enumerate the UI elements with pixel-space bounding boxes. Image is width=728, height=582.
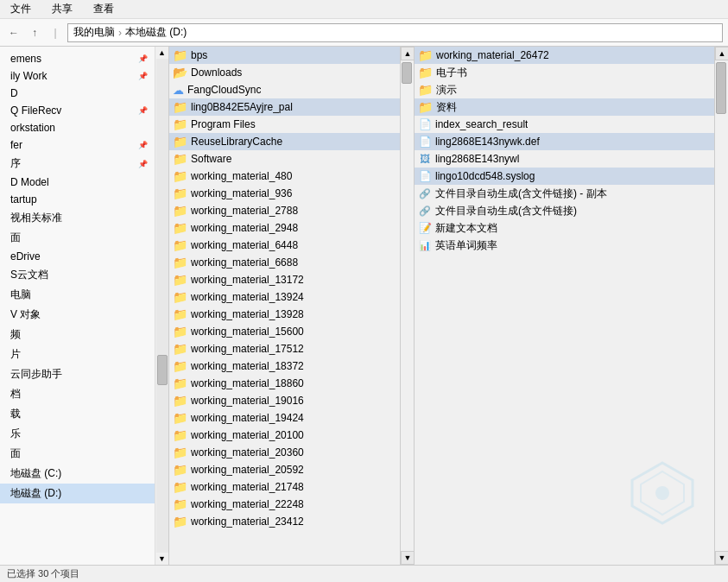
sidebar-item-3[interactable]: Q FileRecv📌 (0, 102, 155, 119)
sidebar-item-9[interactable]: 视相关标准 (0, 208, 155, 228)
left-file-name-9: working_material_2788 (191, 205, 298, 217)
left-file-item-18[interactable]: 📁working_material_18372 (169, 357, 400, 375)
left-file-item-21[interactable]: 📁working_material_19424 (169, 409, 400, 427)
left-file-item-0[interactable]: 📁bps (169, 47, 400, 64)
right-file-item-8[interactable]: 🔗文件目录自动生成(含文件链接) - 副本 (415, 185, 714, 202)
left-file-name-16: working_material_15600 (191, 326, 304, 338)
sidebar-item-11[interactable]: eDrive (0, 248, 155, 265)
sidebar-item-18[interactable]: 档 (0, 384, 155, 404)
left-file-item-1[interactable]: 📂Downloads (169, 64, 400, 81)
right-file-item-3[interactable]: 📁资料 (415, 98, 714, 116)
status-bar: 已选择 30 个项目 (0, 565, 728, 582)
right-file-item-9[interactable]: 🔗文件目录自动生成(含文件链接) (415, 202, 714, 219)
left-pane-scrollbar[interactable]: ▲ ▼ (401, 47, 415, 565)
folder-icon: 📁 (418, 48, 433, 62)
left-file-item-11[interactable]: 📁working_material_6448 (169, 237, 400, 254)
sidebar-item-17[interactable]: 云同步助手 (0, 364, 155, 384)
left-file-name-2: FangCloudSync (187, 84, 261, 96)
right-scroll-up[interactable]: ▲ (715, 47, 728, 60)
left-file-item-13[interactable]: 📁working_material_13172 (169, 271, 400, 288)
nav-separator: | (47, 24, 64, 41)
right-file-item-0[interactable]: 📁working_material_26472 (415, 47, 714, 64)
sidebar-item-label-6: 序 (10, 156, 21, 171)
left-file-item-12[interactable]: 📁working_material_6688 (169, 254, 400, 271)
right-file-item-2[interactable]: 📁演示 (415, 81, 714, 98)
sidebar-item-14[interactable]: V 对象 (0, 305, 155, 325)
left-file-item-25[interactable]: 📁working_material_21748 (169, 478, 400, 496)
sidebar-item-23[interactable]: 地磁盘 (D:) (0, 484, 155, 503)
right-pane-scrollbar[interactable]: ▲ ▼ (714, 47, 728, 565)
left-file-item-2[interactable]: ☁FangCloudSync (169, 81, 400, 98)
left-file-item-27[interactable]: 📁working_material_23412 (169, 513, 400, 530)
left-file-item-10[interactable]: 📁working_material_2948 (169, 219, 400, 237)
sidebar-item-6[interactable]: 序📌 (0, 154, 155, 174)
addr-part-computer[interactable]: 我的电脑 (73, 25, 115, 40)
right-file-name-4: index_search_result (435, 118, 528, 130)
left-file-item-24[interactable]: 📁working_material_20592 (169, 461, 400, 478)
sidebar-item-22[interactable]: 地磁盘 (C:) (0, 464, 155, 484)
right-file-item-1[interactable]: 📁电子书 (415, 64, 714, 81)
right-file-name-10: 新建文本文档 (435, 221, 497, 236)
left-file-item-4[interactable]: 📁Program Files (169, 116, 400, 133)
address-path[interactable]: 我的电脑 › 本地磁盘 (D:) (67, 23, 723, 42)
folder-special-icon: 📂 (173, 66, 187, 79)
left-file-item-26[interactable]: 📁working_material_22248 (169, 496, 400, 513)
sidebar-item-12[interactable]: S云文档 (0, 265, 155, 285)
left-file-item-14[interactable]: 📁working_material_13924 (169, 288, 400, 306)
menu-view[interactable]: 查看 (90, 0, 117, 18)
sidebar-item-5[interactable]: fer📌 (0, 136, 155, 154)
right-file-item-4[interactable]: 📄index_search_result (415, 116, 714, 133)
left-file-item-15[interactable]: 📁working_material_13928 (169, 306, 400, 323)
folder-icon: 📁 (173, 204, 187, 218)
left-file-item-22[interactable]: 📁working_material_20100 (169, 427, 400, 444)
right-file-item-7[interactable]: 📄lingo10dcd548.syslog (415, 168, 714, 185)
left-file-item-17[interactable]: 📁working_material_17512 (169, 340, 400, 357)
left-scroll-up[interactable]: ▲ (401, 47, 415, 60)
sidebar-item-label-8: tartup (10, 193, 37, 206)
sidebar-scrollbar[interactable]: ▲ ▼ (155, 47, 169, 565)
right-file-item-5[interactable]: 📄ling2868E143nywk.def (415, 133, 714, 150)
left-file-item-16[interactable]: 📁working_material_15600 (169, 323, 400, 340)
sidebar-item-19[interactable]: 载 (0, 404, 155, 424)
right-file-item-6[interactable]: 🖼ling2868E143nywl (415, 150, 714, 168)
sidebar-item-label-17: 云同步助手 (10, 367, 62, 382)
nav-up-button[interactable]: ↑ (26, 24, 43, 41)
sidebar-item-10[interactable]: 面 (0, 228, 155, 248)
sidebar-item-20[interactable]: 乐 (0, 424, 155, 444)
sidebar-scroll-down[interactable]: ▼ (156, 553, 168, 565)
sidebar-item-2[interactable]: D (0, 85, 155, 102)
sidebar-item-0[interactable]: emens📌 (0, 50, 155, 67)
right-scroll-thumb (716, 62, 726, 114)
sidebar-item-label-14: V 对象 (10, 307, 41, 322)
right-file-item-11[interactable]: 📊英语单词频率 (415, 237, 714, 254)
menu-file[interactable]: 文件 (7, 0, 35, 18)
sidebar-item-13[interactable]: 电脑 (0, 285, 155, 305)
sidebar-item-15[interactable]: 频 (0, 325, 155, 345)
left-file-item-20[interactable]: 📁working_material_19016 (169, 392, 400, 409)
sidebar-item-7[interactable]: D Model (0, 174, 155, 191)
sidebar-item-4[interactable]: orkstation (0, 119, 155, 136)
right-file-item-10[interactable]: 📝新建文本文档 (415, 219, 714, 237)
svg-point-2 (655, 486, 669, 500)
addr-part-disk[interactable]: 本地磁盘 (D:) (125, 25, 187, 40)
left-file-item-8[interactable]: 📁working_material_936 (169, 185, 400, 202)
nav-back-button[interactable]: ← (5, 24, 22, 41)
sidebar-item-1[interactable]: ily Work📌 (0, 67, 155, 85)
right-pane: 📁working_material_26472📁电子书📁演示📁资料📄index_… (415, 47, 714, 565)
sidebar-item-16[interactable]: 片 (0, 345, 155, 364)
left-file-item-19[interactable]: 📁working_material_18860 (169, 375, 400, 392)
left-file-item-5[interactable]: 📁ReuseLibraryCache (169, 133, 400, 150)
left-file-item-9[interactable]: 📁working_material_2788 (169, 202, 400, 219)
menu-share[interactable]: 共享 (48, 0, 76, 18)
left-file-item-23[interactable]: 📁working_material_20360 (169, 444, 400, 461)
folder-icon: 📁 (173, 428, 187, 442)
sidebar-scroll-up[interactable]: ▲ (156, 47, 168, 59)
left-file-item-7[interactable]: 📁working_material_480 (169, 168, 400, 185)
file-icon: 📄 (418, 136, 432, 148)
left-scroll-down[interactable]: ▼ (401, 551, 415, 565)
left-file-item-3[interactable]: 📁ling0B842E5Ayjre_pal (169, 98, 400, 116)
sidebar-item-21[interactable]: 面 (0, 444, 155, 464)
sidebar-item-8[interactable]: tartup (0, 191, 155, 208)
left-file-item-6[interactable]: 📁Software (169, 150, 400, 168)
right-scroll-down[interactable]: ▼ (715, 551, 728, 565)
